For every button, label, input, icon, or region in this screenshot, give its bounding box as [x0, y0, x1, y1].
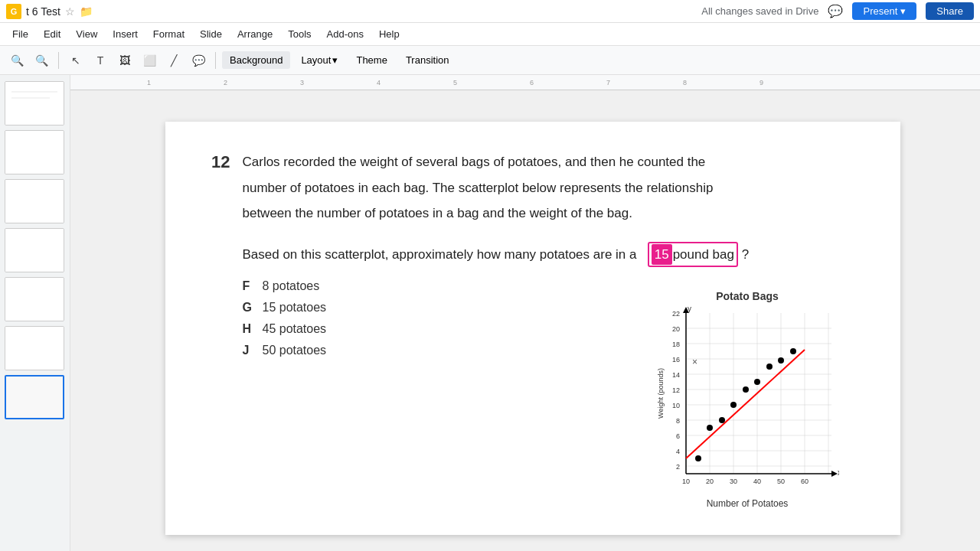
slide-thumb-7[interactable]	[5, 375, 64, 419]
main-area: 1 2 3 4 5	[0, 75, 980, 551]
svg-text:10: 10	[672, 402, 680, 409]
answer-j-text: 50 potatoes	[262, 344, 326, 357]
svg-point-57	[730, 402, 737, 408]
menu-file[interactable]: File	[6, 27, 34, 41]
menu-tools[interactable]: Tools	[282, 27, 317, 41]
slide-thumb-1[interactable]	[5, 81, 64, 126]
svg-point-56	[719, 417, 725, 423]
question-paragraph-1: Carlos recorded the weight of several ba…	[242, 152, 749, 223]
scatterplot-chart: 2 4 6 8 10 12 14 16 18 20 22 10 20	[655, 305, 839, 497]
slide-thumb-2[interactable]	[5, 130, 64, 174]
ruler-top: 1 2 3 4 5 6 7 8 9	[70, 75, 980, 90]
svg-marker-31	[831, 471, 838, 477]
svg-point-60	[766, 364, 773, 370]
svg-text:3: 3	[300, 79, 304, 86]
question-prompt: Based on this scatterplot, approximately…	[242, 242, 749, 268]
image-btn[interactable]: 🖼	[114, 50, 136, 71]
comment-btn[interactable]: 💬	[188, 50, 209, 71]
star-icon[interactable]: ☆	[65, 5, 75, 18]
svg-text:14: 14	[672, 371, 680, 379]
save-status: All changes saved in Drive	[701, 5, 818, 17]
zoom-in-btn[interactable]: 🔍	[31, 50, 52, 71]
menu-slide[interactable]: Slide	[194, 27, 228, 41]
menu-view[interactable]: View	[70, 27, 103, 41]
highlight-word: pound bag	[673, 245, 734, 265]
svg-text:18: 18	[672, 341, 680, 348]
svg-text:y: y	[688, 305, 691, 313]
menu-format[interactable]: Format	[147, 27, 191, 41]
shape-btn[interactable]: ⬜	[139, 50, 160, 71]
chart-area: Potato Bags	[655, 290, 839, 509]
svg-point-62	[790, 348, 796, 354]
svg-text:20: 20	[672, 325, 680, 333]
separator-1	[58, 52, 59, 69]
menu-bar: File Edit View Insert Format Slide Arran…	[0, 23, 980, 46]
answer-f-text: 8 potatoes	[262, 279, 319, 293]
chart-title: Potato Bags	[655, 290, 839, 302]
svg-text:8: 8	[683, 79, 687, 86]
present-button[interactable]: Present ▾	[852, 2, 916, 20]
slide-thumb-4[interactable]	[5, 228, 64, 272]
transition-button[interactable]: Transition	[398, 51, 457, 69]
slide: 12 Carlos recorded the weight of several…	[165, 122, 900, 535]
svg-text:2: 2	[224, 79, 227, 86]
background-button[interactable]: Background	[222, 51, 290, 69]
line-btn[interactable]: ╱	[163, 50, 185, 71]
title-bar: G t 6 Test ☆ 📁 All changes saved in Driv…	[0, 0, 980, 23]
svg-rect-0	[9, 86, 60, 121]
slide-container: 1 2 3 4 5 6 7 8 9 12 Carlos recorded the	[70, 75, 980, 551]
layout-button[interactable]: Layout▾	[293, 51, 345, 69]
svg-line-53	[686, 350, 805, 458]
svg-text:6: 6	[530, 79, 534, 86]
chart-x-label: Number of Potatoes	[655, 498, 839, 509]
comment-icon[interactable]: 💬	[828, 4, 843, 18]
menu-insert[interactable]: Insert	[106, 27, 144, 41]
cursor-btn[interactable]: ↖	[65, 50, 87, 71]
answer-g-text: 15 potatoes	[262, 301, 326, 315]
slide-thumb-3[interactable]	[5, 179, 64, 223]
svg-text:30: 30	[730, 478, 737, 485]
title-bar-left: G t 6 Test ☆ 📁	[6, 4, 695, 19]
menu-help[interactable]: Help	[373, 27, 406, 41]
svg-text:4: 4	[377, 79, 381, 86]
slide-thumb-5[interactable]	[5, 277, 64, 321]
svg-point-61	[778, 357, 784, 364]
theme-button[interactable]: Theme	[348, 51, 394, 69]
svg-point-59	[754, 379, 760, 385]
answer-h-text: 45 potatoes	[262, 322, 326, 336]
svg-text:60: 60	[801, 478, 808, 485]
svg-text:40: 40	[753, 478, 761, 485]
svg-point-58	[743, 386, 749, 393]
slide-thumb-6[interactable]	[5, 326, 64, 370]
answer-j-letter: J	[242, 344, 254, 357]
document-title: t 6 Test	[26, 5, 60, 18]
slide-content: 12 Carlos recorded the weight of several…	[165, 122, 900, 388]
svg-text:x: x	[838, 468, 839, 477]
svg-text:20: 20	[706, 478, 714, 485]
zoom-out-btn[interactable]: 🔍	[6, 50, 28, 71]
svg-text:50: 50	[777, 478, 785, 485]
app-icon: G	[6, 4, 21, 19]
share-button[interactable]: Share	[926, 2, 974, 20]
svg-text:1: 1	[147, 79, 151, 86]
menu-edit[interactable]: Edit	[38, 27, 67, 41]
textbox-btn[interactable]: T	[90, 50, 111, 71]
svg-text:22: 22	[672, 310, 680, 318]
svg-text:10: 10	[682, 478, 690, 485]
menu-addons[interactable]: Add-ons	[321, 27, 370, 41]
svg-point-55	[707, 425, 713, 431]
menu-arrange[interactable]: Arrange	[231, 27, 279, 41]
answer-f-letter: F	[242, 279, 254, 293]
highlight-box: 15pound bag	[648, 242, 738, 268]
answer-h-letter: H	[242, 322, 254, 336]
svg-text:12: 12	[672, 386, 680, 394]
svg-text:4: 4	[676, 448, 680, 455]
sidebar: 1 2 3 4 5	[0, 75, 70, 551]
svg-text:8: 8	[676, 417, 680, 425]
separator-2	[215, 52, 216, 69]
highlight-number: 15	[652, 244, 672, 266]
toolbar: 🔍 🔍 ↖ T 🖼 ⬜ ╱ 💬 Background Layout▾ Theme…	[0, 46, 980, 75]
folder-icon[interactable]: 📁	[80, 5, 93, 18]
svg-text:2: 2	[676, 463, 680, 471]
svg-text:Weight (pounds): Weight (pounds)	[657, 368, 665, 419]
